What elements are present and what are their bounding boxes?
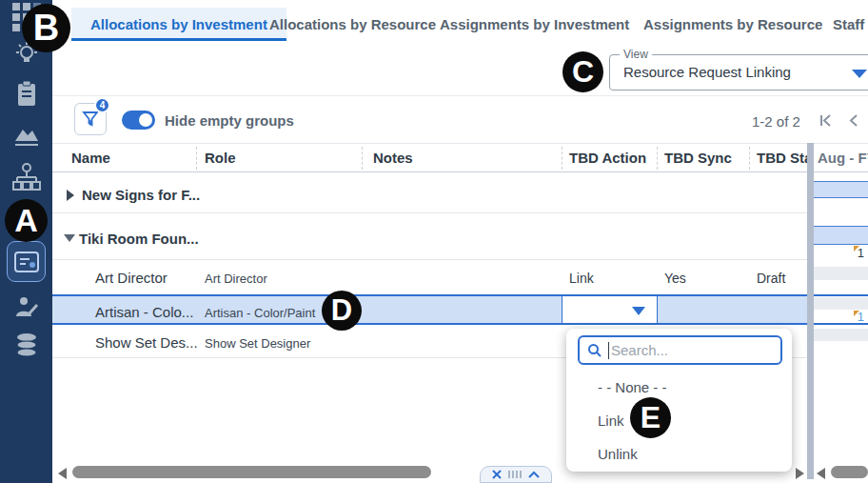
column-header-role[interactable]: Role — [205, 150, 236, 166]
role-cell: Art Director — [205, 272, 267, 286]
bottom-drawer-handle[interactable] — [480, 466, 552, 483]
close-icon[interactable] — [492, 470, 502, 479]
group-name: Tiki Room Foun... — [79, 231, 199, 247]
name-cell: Artisan - Colo... — [95, 304, 193, 320]
magnifier-icon — [587, 343, 602, 358]
view-value: Resource Request Linking — [623, 64, 791, 80]
resource-row-art-director[interactable]: Art Director Art Director Link Yes Draft — [52, 260, 807, 294]
tbd-action-cell[interactable]: Link — [569, 271, 594, 286]
timephase-sub-band — [814, 329, 868, 341]
horizontal-scrollbar-thumb[interactable] — [831, 466, 868, 478]
database-icon[interactable] — [0, 332, 52, 358]
divider — [52, 95, 868, 96]
search-input[interactable] — [608, 342, 760, 359]
name-cell: Art Director — [95, 270, 168, 286]
column-header-name[interactable]: Name — [71, 150, 110, 166]
timephase-group-band — [814, 181, 868, 198]
timephase-value: 1 — [858, 310, 864, 324]
toggle-knob — [139, 113, 152, 127]
resource-row-artisan-selected[interactable]: Artisan - Colo... Artisan - Color/Paint — [52, 294, 807, 325]
option-unlink[interactable]: Unlink — [598, 446, 638, 462]
tab-allocations-by-resource[interactable]: Allocations by Resource — [269, 8, 436, 41]
hide-empty-groups-toggle[interactable] — [122, 111, 155, 130]
column-header-tbd-status[interactable]: TBD Stat — [757, 150, 807, 166]
annotation-marker-b: B — [22, 4, 70, 52]
tab-label: Allocations by Resource — [269, 16, 436, 32]
tab-assignments-by-resource[interactable]: Assignments by Resource — [643, 8, 822, 41]
timephase-selected-row[interactable]: 1 — [814, 294, 868, 325]
clipboard-icon[interactable] — [0, 80, 52, 109]
chevron-up-icon[interactable] — [528, 471, 540, 478]
group-name: New Signs for F... — [82, 187, 200, 203]
prev-page-icon[interactable] — [848, 113, 859, 128]
option-link[interactable]: Link — [598, 413, 624, 429]
chart-icon[interactable] — [0, 122, 52, 149]
grid-header: Name Role Notes TBD Action TBD Sync TBD … — [52, 143, 807, 172]
tab-staff[interactable]: Staff — [833, 8, 864, 41]
tbd-status-cell[interactable]: Draft — [757, 271, 785, 286]
annotation-marker-c: C — [562, 51, 603, 92]
hide-empty-groups-label: Hide empty groups — [165, 112, 294, 129]
role-cell: Show Set Designer — [205, 336, 310, 351]
timephase-group-band — [814, 226, 868, 245]
timephase-sub-band — [814, 297, 868, 310]
funnel-icon — [82, 111, 99, 128]
column-header-tbd-action[interactable]: TBD Action — [569, 150, 646, 166]
tab-label: Allocations by Investment — [90, 16, 267, 32]
annotation-marker-a: A — [5, 199, 48, 242]
pagination-text: 1-2 of 2 — [752, 113, 800, 130]
tab-assignments-by-investment[interactable]: Assignments by Investment — [440, 8, 629, 41]
filter-count-badge: 4 — [94, 97, 110, 113]
column-divider — [562, 147, 562, 170]
person-edit-icon[interactable] — [0, 293, 52, 322]
collapse-icon[interactable] — [64, 234, 75, 242]
name-cell: Show Set Des... — [95, 334, 198, 351]
column-divider — [657, 147, 658, 170]
pane-splitter[interactable] — [807, 143, 814, 479]
timephase-total-cell[interactable]: 1 — [814, 245, 868, 260]
tab-bar: Allocations by Investment Allocations by… — [52, 0, 868, 44]
chevron-down-icon[interactable] — [852, 70, 867, 78]
timephase-value: 1 — [858, 246, 864, 260]
annotation-marker-e: E — [630, 397, 671, 438]
role-cell: Artisan - Color/Paint — [205, 306, 315, 320]
scroll-right-icon[interactable] — [796, 468, 804, 479]
expand-icon[interactable] — [67, 190, 74, 201]
tbd-action-dropdown: - - None - - Link Unlink — [566, 329, 792, 472]
view-label: View — [620, 48, 652, 61]
timephase-column-header[interactable]: Aug - FY — [814, 143, 868, 172]
column-header-tbd-sync[interactable]: TBD Sync — [664, 150, 732, 166]
grip-icon — [508, 471, 522, 478]
dropdown-search[interactable] — [578, 335, 782, 365]
scroll-left-icon[interactable] — [58, 468, 67, 479]
first-page-icon[interactable] — [819, 113, 834, 128]
column-header-notes[interactable]: Notes — [373, 150, 413, 166]
tab-label: Assignments by Investment — [440, 16, 629, 32]
card-icon — [13, 251, 40, 273]
app-window: Allocations by Investment Allocations by… — [0, 0, 868, 483]
tbd-sync-cell[interactable]: Yes — [664, 271, 686, 286]
scroll-left-icon[interactable] — [817, 468, 825, 479]
column-divider — [196, 147, 197, 170]
view-selector[interactable]: View Resource Request Linking — [609, 54, 868, 91]
tab-allocations-by-investment[interactable]: Allocations by Investment — [71, 8, 286, 41]
column-divider — [749, 147, 750, 170]
group-row-tiki-room[interactable]: Tiki Room Foun... — [52, 213, 807, 260]
tab-label: Assignments by Resource — [643, 16, 822, 32]
column-divider — [362, 147, 363, 170]
group-row-new-signs[interactable]: New Signs for F... — [52, 176, 807, 213]
tab-label: Staff — [833, 16, 864, 32]
hierarchy-icon[interactable] — [0, 162, 52, 192]
tbd-action-editor[interactable] — [562, 295, 658, 325]
timephase-sub-band — [814, 267, 868, 280]
chevron-down-icon[interactable] — [632, 307, 645, 315]
option-none[interactable]: - - None - - — [598, 379, 667, 395]
horizontal-scrollbar-thumb[interactable] — [72, 466, 431, 478]
annotation-marker-d: D — [322, 291, 362, 331]
sidebar-item-active[interactable] — [7, 241, 46, 282]
